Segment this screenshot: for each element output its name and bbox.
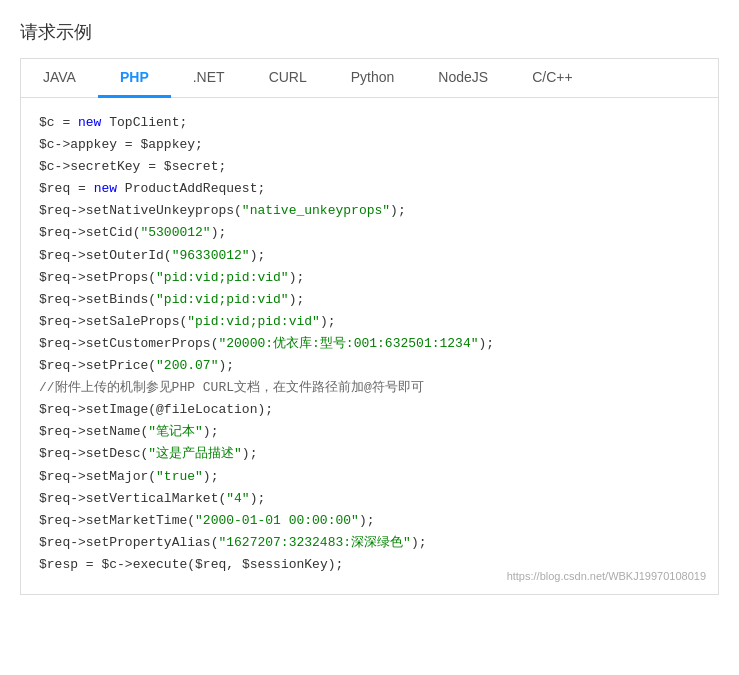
tab-php[interactable]: PHP [98,59,171,98]
code-line: $c->appkey = $appkey; [39,134,700,156]
code-line: $req->setCustomerProps("20000:优衣库:型号:001… [39,333,700,355]
code-line: $req->setVerticalMarket("4"); [39,488,700,510]
code-line: $req->setSaleProps("pid:vid;pid:vid"); [39,311,700,333]
code-line: $req = new ProductAddRequest; [39,178,700,200]
tab-curl[interactable]: CURL [247,59,329,98]
section-title: 请求示例 [20,20,719,44]
watermark: https://blog.csdn.net/WBKJ19970108019 [507,567,706,586]
code-line: $req->setMarketTime("2000-01-01 00:00:00… [39,510,700,532]
code-line: $req->setProps("pid:vid;pid:vid"); [39,267,700,289]
tab-cpp[interactable]: C/C++ [510,59,594,98]
code-line: $req->setPropertyAlias("1627207:3232483:… [39,532,700,554]
code-line: $c = new TopClient; [39,112,700,134]
code-line: $req->setNativeUnkeyprops("native_unkeyp… [39,200,700,222]
code-line: $req->setName("笔记本"); [39,421,700,443]
code-block: $c = new TopClient; $c->appkey = $appkey… [21,98,718,594]
code-line: $req->setCid("5300012"); [39,222,700,244]
tab-java[interactable]: JAVA [21,59,98,98]
tab-dotnet[interactable]: .NET [171,59,247,98]
tabs-header: JAVA PHP .NET CURL Python NodeJS C/C++ [21,59,718,98]
tabs-container: JAVA PHP .NET CURL Python NodeJS C/C++ $… [20,58,719,595]
code-line: $req->setDesc("这是产品描述"); [39,443,700,465]
code-line: $req->setPrice("200.07"); [39,355,700,377]
tab-nodejs[interactable]: NodeJS [416,59,510,98]
code-line: $c->secretKey = $secret; [39,156,700,178]
tab-python[interactable]: Python [329,59,417,98]
code-line: $req->setOuterId("96330012"); [39,245,700,267]
code-line: $req->setImage(@fileLocation); [39,399,700,421]
code-line: $req->setMajor("true"); [39,466,700,488]
code-line: //附件上传的机制参见PHP CURL文档，在文件路径前加@符号即可 [39,377,700,399]
code-line: $req->setBinds("pid:vid;pid:vid"); [39,289,700,311]
